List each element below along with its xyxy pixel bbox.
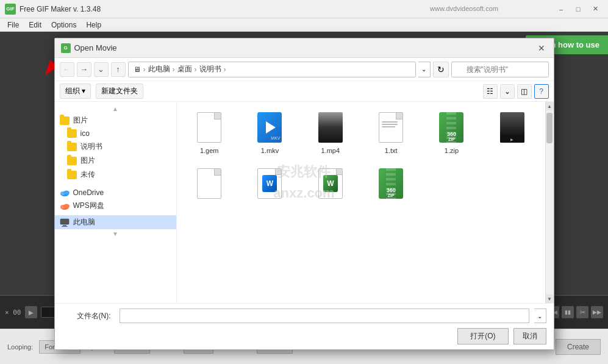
right-panel: 1.gem MKV 1.mkv xyxy=(177,102,545,303)
mp4-file-icon xyxy=(316,110,345,145)
menu-bar: File Edit Options Help xyxy=(0,18,608,32)
zip-shape-2: 360 ZIP xyxy=(379,168,403,199)
txt-file-icon xyxy=(376,110,406,145)
nav-up-button[interactable]: ↑ xyxy=(111,62,126,77)
left-panel: ▲ 图片 ico 说明书 图片 xyxy=(55,102,177,303)
doc-shape-txt xyxy=(379,112,403,143)
filename-row: 文件名(N): ⌄ xyxy=(62,309,546,323)
file-item-wps2[interactable]: W xyxy=(302,163,358,207)
file-item-gem[interactable]: 1.gem xyxy=(182,107,237,158)
mp4-thumb-visual xyxy=(318,112,343,143)
file-item-wps1[interactable]: W xyxy=(242,163,298,207)
nav-item-pictures2[interactable]: 图片 xyxy=(55,154,176,168)
nav-dropdown-button[interactable]: ⌄ xyxy=(94,62,109,77)
filename-input[interactable] xyxy=(120,309,529,323)
file-name-zip: 1.zip xyxy=(445,147,459,154)
maximize-button[interactable]: □ xyxy=(570,3,586,15)
nav-item-onedrive[interactable]: OneDrive xyxy=(55,187,176,199)
svg-point-4 xyxy=(63,191,70,195)
cancel-button[interactable]: 取消 xyxy=(513,328,546,344)
this-pc-icon xyxy=(60,218,70,227)
file-name-mp4: 1.mp4 xyxy=(321,147,340,154)
nav-label-ico: ico xyxy=(80,129,90,138)
nav-label-shuomingshu: 说明书 xyxy=(80,141,102,152)
dialog-bottom: 文件名(N): ⌄ 打开(O) 取消 xyxy=(55,303,554,349)
scroll-thumb[interactable] xyxy=(546,113,553,143)
help-button[interactable]: ? xyxy=(534,84,549,99)
breadcrumb-part-3[interactable]: 说明书 xyxy=(199,64,221,74)
dialog-close-button[interactable]: ✕ xyxy=(535,42,548,54)
website-label: www.dvdvideosoft.com xyxy=(430,5,498,12)
doc-shape-2 xyxy=(197,168,221,199)
zip-file-icon: 360 ZIP xyxy=(437,110,466,145)
nav-forward-button[interactable]: → xyxy=(77,62,91,77)
file-item-doc2[interactable] xyxy=(182,163,237,207)
dialog-body: ▲ 图片 ico 说明书 图片 xyxy=(55,102,554,303)
nav-label-weichuan: 未传 xyxy=(80,170,95,180)
nav-label-this-pc: 此电脑 xyxy=(73,217,95,227)
video2-file-icon: ▶ xyxy=(498,110,527,145)
zip-shape: 360 ZIP xyxy=(439,112,463,143)
gem-file-icon xyxy=(195,110,224,145)
wps-shape-1: W xyxy=(257,168,282,199)
zip2-file-icon: 360 ZIP xyxy=(376,166,406,201)
view-btn-2[interactable]: ◫ xyxy=(517,84,532,99)
app-close-button[interactable]: ✕ xyxy=(587,3,603,15)
filename-label: 文件名(N): xyxy=(62,311,111,321)
wps-cloud-icon xyxy=(60,202,70,210)
search-input[interactable] xyxy=(451,62,549,77)
folder-icon xyxy=(67,171,77,179)
title-bar: GIF Free GIF Maker v. 1.3.48 www.dvdvide… xyxy=(0,0,608,18)
scroll-down-arrow[interactable]: ▼ xyxy=(546,294,554,303)
menu-help[interactable]: Help xyxy=(81,20,106,30)
nav-item-weichuan[interactable]: 未传 xyxy=(55,168,176,182)
nav-back-button[interactable]: ← xyxy=(60,62,74,77)
file-item-zip[interactable]: 360 ZIP 1.zip xyxy=(424,107,479,158)
folder-icon xyxy=(67,129,77,138)
wps2-file-icon: W xyxy=(316,166,345,201)
file-item-zip2[interactable]: 360 ZIP xyxy=(363,163,419,207)
refresh-button[interactable]: ↻ xyxy=(433,62,449,77)
view-btn-1[interactable]: ☷ xyxy=(483,84,498,99)
new-folder-button[interactable]: 新建文件夹 xyxy=(96,84,143,99)
nav-item-wps[interactable]: WPS网盘 xyxy=(55,199,176,213)
doc2-file-icon xyxy=(195,166,224,201)
video-thumbnail: ▶ xyxy=(500,112,524,143)
nav-item-ico[interactable]: ico xyxy=(55,127,176,140)
view-btn-dropdown[interactable]: ⌄ xyxy=(500,84,515,99)
file-grid: 1.gem MKV 1.mkv xyxy=(182,107,540,207)
scroll-up-arrow[interactable]: ▲ xyxy=(546,102,554,110)
dialog-buttons: 打开(O) 取消 xyxy=(62,328,546,344)
open-confirm-button[interactable]: 打开(O) xyxy=(457,328,508,344)
breadcrumb-part-1[interactable]: 此电脑 xyxy=(148,64,170,74)
right-scrollbar[interactable]: ▲ ▼ xyxy=(545,102,554,303)
folder-icon xyxy=(60,116,70,125)
nav-item-shuomingshu[interactable]: 说明书 xyxy=(55,140,176,154)
nav-item-pictures[interactable]: 图片 xyxy=(55,113,176,127)
minimize-button[interactable]: – xyxy=(553,3,569,15)
filename-dropdown-button[interactable]: ⌄ xyxy=(534,309,546,323)
breadcrumb-icon: 🖥 xyxy=(134,65,141,74)
menu-options[interactable]: Options xyxy=(46,20,81,30)
file-item-video2[interactable]: ▶ xyxy=(484,107,540,158)
nav-label-pictures: 图片 xyxy=(73,115,88,126)
nav-label-onedrive: OneDrive xyxy=(73,188,104,197)
file-item-mkv[interactable]: MKV 1.mkv xyxy=(242,107,298,158)
menu-file[interactable]: File xyxy=(2,20,24,30)
doc-shape xyxy=(197,112,221,143)
nav-item-this-pc[interactable]: 此电脑 xyxy=(55,215,176,229)
svg-rect-10 xyxy=(62,226,68,227)
mkv-shape: MKV xyxy=(257,112,282,143)
dialog-toolbar2: 组织 ▾ 新建文件夹 ☷ ⌄ ◫ ? xyxy=(55,81,554,102)
mkv-file-icon: MKV xyxy=(255,110,284,145)
breadcrumb-part-2[interactable]: 桌面 xyxy=(177,64,192,74)
play-icon xyxy=(266,121,276,134)
breadcrumb-dropdown-button[interactable]: ⌄ xyxy=(418,62,431,77)
window-controls: – □ ✕ xyxy=(553,3,603,15)
organize-button[interactable]: 组织 ▾ xyxy=(60,84,91,99)
file-item-mp4[interactable]: 1.mp4 xyxy=(302,107,358,158)
nav-label-pictures2: 图片 xyxy=(80,155,95,166)
app-icon: GIF xyxy=(5,4,16,15)
file-item-txt[interactable]: 1.txt xyxy=(363,107,419,158)
menu-edit[interactable]: Edit xyxy=(24,20,46,30)
